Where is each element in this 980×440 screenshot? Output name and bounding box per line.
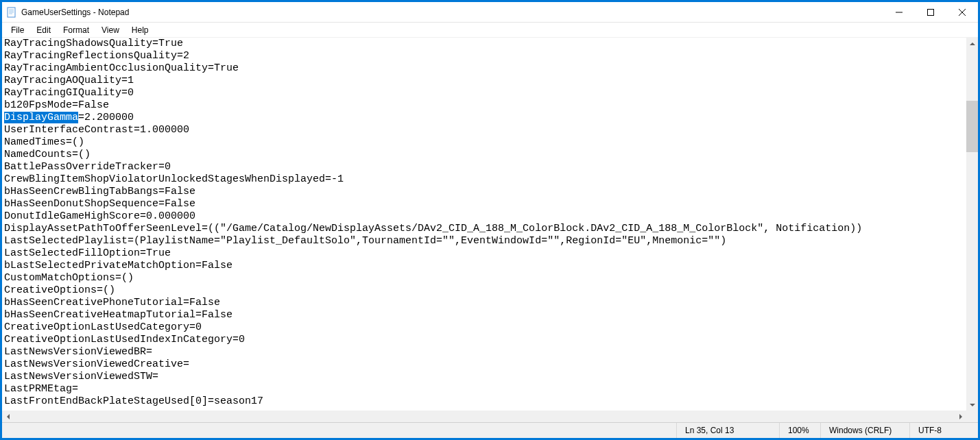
scrollbar-corner [966, 411, 978, 422]
editor-line[interactable]: BattlePassOverrideTracker=0 [4, 161, 964, 173]
editor-line[interactable]: NamedCounts=() [4, 149, 964, 161]
editor-line[interactable]: DisplayAssetPathToOfferSeenLevel=(("/Gam… [4, 223, 964, 235]
svg-marker-9 [970, 42, 975, 45]
editor-line[interactable]: DonutIdleGameHighScore=0.000000 [4, 210, 964, 223]
menu-file[interactable]: File [5, 24, 30, 36]
editor-line[interactable]: DisplayGamma=2.200000 [4, 112, 964, 124]
editor-line[interactable]: CreativeOptionLastUsedCategory=0 [4, 321, 964, 334]
vertical-scroll-track[interactable] [966, 49, 978, 399]
editor-line[interactable]: LastSelectedPlaylist=(PlaylistName="Play… [4, 235, 964, 247]
menu-format[interactable]: Format [57, 24, 95, 36]
status-line-ending: Windows (CRLF) [820, 423, 909, 438]
text-editor[interactable]: RayTracingShadowsQuality=TrueRayTracingR… [2, 38, 966, 411]
titlebar[interactable]: GameUserSettings - Notepad [2, 2, 978, 23]
editor-line[interactable]: RayTracingAOQuality=1 [4, 75, 964, 87]
menu-view[interactable]: View [95, 24, 126, 36]
statusbar: Ln 35, Col 13 100% Windows (CRLF) UTF-8 [2, 422, 978, 438]
editor-line[interactable]: bHasSeenCreativePhoneTutorial=False [4, 297, 964, 309]
notepad-window: GameUserSettings - Notepad File Edit For… [1, 1, 979, 439]
minimize-button[interactable] [883, 2, 915, 22]
vertical-scroll-thumb[interactable] [966, 101, 978, 152]
menu-edit[interactable]: Edit [30, 24, 57, 36]
editor-line[interactable]: LastNewsVersionViewedSTW= [4, 371, 964, 383]
svg-marker-10 [970, 404, 975, 406]
editor-line[interactable]: bHasSeenDonutShopSequence=False [4, 198, 964, 210]
editor-line[interactable]: CustomMatchOptions=() [4, 272, 964, 284]
window-controls [883, 2, 978, 22]
menubar: File Edit Format View Help [2, 23, 978, 38]
horizontal-scrollbar[interactable] [2, 411, 966, 422]
menu-help[interactable]: Help [126, 24, 155, 36]
selected-text[interactable]: DisplayGamma [4, 112, 78, 123]
editor-line[interactable]: RayTracingShadowsQuality=True [4, 38, 964, 50]
status-encoding: UTF-8 [909, 423, 978, 438]
svg-marker-11 [7, 414, 10, 419]
svg-marker-12 [959, 414, 962, 419]
horizontal-scroll-track[interactable] [14, 411, 955, 422]
editor-line[interactable]: UserInterfaceContrast=1.000000 [4, 124, 964, 136]
editor-line[interactable]: bHasSeenCreativeHeatmapTutorial=False [4, 309, 964, 321]
editor-line[interactable]: CreativeOptions=() [4, 284, 964, 297]
scroll-right-button[interactable] [955, 411, 966, 422]
close-button[interactable] [946, 2, 978, 22]
vertical-scrollbar[interactable] [966, 38, 978, 411]
editor-line[interactable]: b120FpsMode=False [4, 99, 964, 112]
content-area: RayTracingShadowsQuality=TrueRayTracingR… [2, 38, 978, 411]
status-position: Ln 35, Col 13 [676, 423, 779, 438]
editor-line[interactable]: LastFrontEndBackPlateStageUsed[0]=season… [4, 395, 964, 408]
notepad-icon [6, 7, 17, 18]
scroll-left-button[interactable] [2, 411, 14, 422]
window-title: GameUserSettings - Notepad [21, 8, 883, 17]
editor-line[interactable]: LastNewsVersionViewedBR= [4, 346, 964, 358]
editor-line[interactable]: LastNewsVersionViewedCreative= [4, 358, 964, 371]
editor-line[interactable]: LastSelectedFillOption=True [4, 247, 964, 260]
editor-line[interactable]: CrewBlingItemShopViolatorUnlockedStagesW… [4, 173, 964, 186]
svg-rect-6 [928, 9, 934, 15]
editor-line[interactable]: CreativeOptionLastUsedIndexInCategory=0 [4, 334, 964, 346]
editor-line[interactable]: bHasSeenCrewBlingTabBangs=False [4, 186, 964, 198]
editor-line[interactable]: RayTracingAmbientOcclusionQuality=True [4, 62, 964, 75]
editor-line[interactable]: RayTracingGIQuality=0 [4, 87, 964, 99]
status-zoom: 100% [779, 423, 820, 438]
editor-line[interactable]: RayTracingReflectionsQuality=2 [4, 50, 964, 62]
editor-line[interactable]: bLastSelectedPrivateMatchOption=False [4, 260, 964, 272]
editor-line[interactable]: LastPRMEtag= [4, 383, 964, 395]
horizontal-scrollbar-row [2, 411, 978, 422]
editor-line[interactable]: NamedTimes=() [4, 136, 964, 149]
maximize-button[interactable] [915, 2, 946, 22]
scroll-up-button[interactable] [966, 38, 978, 49]
scroll-down-button[interactable] [966, 399, 978, 411]
